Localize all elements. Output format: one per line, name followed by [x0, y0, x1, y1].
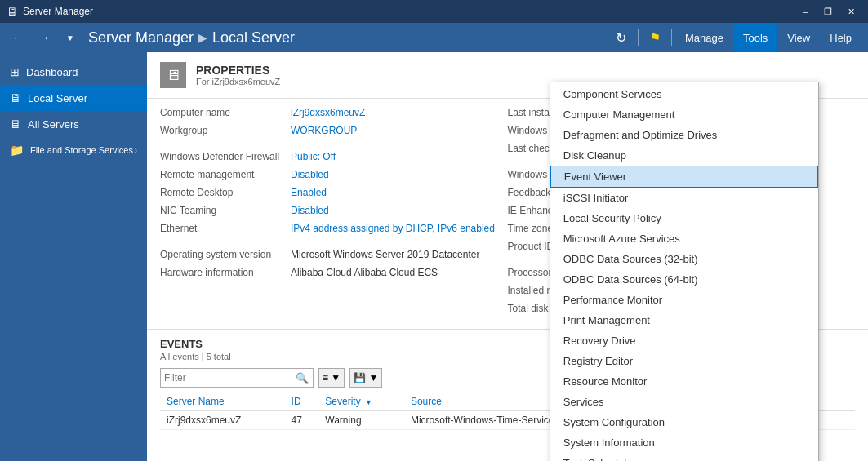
back-button[interactable]: ← — [7, 26, 29, 49]
menu-view[interactable]: View — [777, 23, 820, 52]
properties-title: PROPERTIES — [196, 64, 280, 77]
prop-remote-desktop: Remote Desktop Enabled — [160, 187, 508, 198]
value-firewall[interactable]: Public: Off — [291, 151, 336, 162]
tools-menu-item[interactable]: Defragment and Optimize Drives — [550, 125, 818, 145]
prop-computer-name: Computer name iZrj9dxsx6meuvZ — [160, 107, 508, 118]
value-remote-desktop[interactable]: Enabled — [291, 187, 327, 198]
tools-menu-item[interactable]: Component Services — [550, 84, 818, 104]
value-computer-name[interactable]: iZrj9dxsx6meuvZ — [291, 107, 365, 118]
menu-help[interactable]: Help — [820, 23, 861, 52]
sidebar-label-file-storage: File and Storage Services — [30, 145, 135, 155]
arrow-icon: › — [135, 146, 137, 155]
tools-dropdown-menu: Component ServicesComputer ManagementDef… — [550, 82, 819, 461]
menu-manage[interactable]: Manage — [675, 23, 733, 52]
value-hardware: Alibaba Cloud Alibaba Cloud ECS — [291, 267, 438, 278]
tools-menu-item[interactable]: Registry Editor — [550, 351, 818, 371]
col-severity[interactable]: Severity ▼ — [318, 392, 404, 411]
breadcrumb-separator: ▶ — [198, 31, 207, 44]
tools-menu-item[interactable]: System Configuration — [550, 412, 818, 432]
tools-menu-item[interactable]: Event Viewer — [550, 166, 818, 188]
prop-ethernet: Ethernet IPv4 address assigned by DHCP, … — [160, 223, 508, 234]
all-servers-icon: 🖥 — [10, 117, 21, 131]
divider2 — [671, 29, 672, 46]
value-ethernet[interactable]: IPv4 address assigned by DHCP, IPv6 enab… — [291, 223, 495, 234]
title-bar-text: Server Manager — [23, 6, 795, 17]
forward-button[interactable]: → — [33, 26, 56, 49]
content-area: 🖥 PROPERTIES For iZrj9dxsx6meuvZ Compute… — [147, 52, 868, 461]
sidebar-item-local-server[interactable]: 🖥 Local Server — [0, 85, 147, 111]
save-button[interactable]: 💾 ▼ — [349, 368, 382, 388]
label-nic-teaming: NIC Teaming — [160, 205, 291, 216]
prop-left-col: Computer name iZrj9dxsx6meuvZ Workgroup … — [160, 107, 508, 321]
main-layout: ⊞ Dashboard 🖥 Local Server 🖥 All Servers… — [0, 52, 868, 461]
value-os-version: Microsoft Windows Server 2019 Datacenter — [291, 249, 479, 260]
tools-menu-item[interactable]: Resource Monitor — [550, 371, 818, 392]
properties-title-area: PROPERTIES For iZrj9dxsx6meuvZ — [196, 64, 280, 86]
prop-firewall: Windows Defender Firewall Public: Off — [160, 151, 508, 162]
menu-tools[interactable]: Tools — [733, 23, 777, 52]
divider — [638, 29, 639, 46]
minimize-button[interactable]: – — [795, 3, 816, 20]
label-hardware: Hardware information — [160, 267, 291, 278]
sidebar-label-all-servers: All Servers — [28, 118, 137, 131]
sidebar-item-all-servers[interactable]: 🖥 All Servers — [0, 111, 147, 137]
header-actions: ↻ ⚑ — [610, 26, 675, 49]
menu-items: Manage Tools View Help — [675, 23, 861, 52]
tools-menu-item[interactable]: System Information — [550, 432, 818, 453]
tools-menu-item[interactable]: Disk Cleanup — [550, 145, 818, 166]
sidebar-item-file-storage[interactable]: 📁 File and Storage Services › — [0, 137, 147, 163]
list-view-button[interactable]: ≡ ▼ — [318, 368, 345, 388]
value-nic-teaming[interactable]: Disabled — [291, 205, 329, 216]
tools-menu-item[interactable]: Microsoft Azure Services — [550, 228, 818, 249]
cell-server-name: iZrj9dxsx6meuvZ — [160, 411, 285, 430]
tools-menu-item[interactable]: Task Scheduler — [550, 453, 818, 461]
tools-menu-item[interactable]: Local Security Policy — [550, 208, 818, 228]
tools-menu-item[interactable]: Print Management — [550, 310, 818, 330]
col-server-name[interactable]: Server Name — [160, 392, 285, 411]
properties-subtitle: For iZrj9dxsx6meuvZ — [196, 77, 280, 86]
title-bar: 🖥 Server Manager – ❐ ✕ — [0, 0, 868, 23]
prop-os-version: Operating system version Microsoft Windo… — [160, 249, 508, 260]
local-server-icon: 🖥 — [10, 91, 21, 104]
close-button[interactable]: ✕ — [840, 3, 861, 20]
prop-hardware: Hardware information Alibaba Cloud Aliba… — [160, 267, 508, 278]
tools-menu-item[interactable]: Performance Monitor — [550, 290, 818, 310]
search-button[interactable]: 🔍 — [295, 370, 309, 385]
window-controls: – ❐ ✕ — [795, 3, 861, 20]
flag-button[interactable]: ⚑ — [643, 26, 666, 49]
sidebar: ⊞ Dashboard 🖥 Local Server 🖥 All Servers… — [0, 52, 147, 461]
refresh-button[interactable]: ↻ — [610, 26, 633, 49]
col-id[interactable]: ID — [285, 392, 319, 411]
sidebar-item-dashboard[interactable]: ⊞ Dashboard — [0, 59, 147, 85]
dashboard-icon: ⊞ — [10, 65, 20, 78]
cell-id: 47 — [285, 411, 319, 430]
label-ethernet: Ethernet — [160, 223, 291, 234]
filter-input-wrap[interactable]: 🔍 — [160, 368, 314, 388]
value-workgroup[interactable]: WORKGROUP — [291, 125, 357, 136]
tools-menu-item[interactable]: ODBC Data Sources (32-bit) — [550, 249, 818, 269]
breadcrumb: Server Manager ▶ Local Server — [88, 29, 610, 47]
nav-buttons: ← → ▼ — [7, 26, 82, 49]
cell-severity: Warning — [318, 411, 404, 430]
prop-workgroup: Workgroup WORKGROUP — [160, 125, 508, 136]
label-remote-desktop: Remote Desktop — [160, 187, 291, 198]
value-remote-mgmt[interactable]: Disabled — [291, 169, 329, 180]
label-computer-name: Computer name — [160, 107, 291, 118]
breadcrumb-root: Server Manager — [88, 29, 194, 47]
prop-nic-teaming: NIC Teaming Disabled — [160, 205, 508, 216]
sidebar-label-local-server: Local Server — [28, 92, 137, 104]
filter-input[interactable] — [164, 372, 295, 383]
app-icon: 🖥 — [7, 5, 18, 18]
tools-menu-item[interactable]: Computer Management — [550, 104, 818, 125]
menu-bar: ← → ▼ Server Manager ▶ Local Server ↻ ⚑ … — [0, 23, 868, 52]
tools-menu-item[interactable]: Services — [550, 392, 818, 412]
breadcrumb-current: Local Server — [212, 29, 295, 47]
tools-menu-item[interactable]: iSCSI Initiator — [550, 188, 818, 208]
tools-menu-item[interactable]: ODBC Data Sources (64-bit) — [550, 269, 818, 290]
label-workgroup: Workgroup — [160, 125, 291, 136]
properties-icon: 🖥 — [160, 62, 186, 88]
restore-button[interactable]: ❐ — [817, 3, 839, 20]
tools-menu-item[interactable]: Recovery Drive — [550, 330, 818, 351]
prop-remote-mgmt: Remote management Disabled — [160, 169, 508, 180]
dropdown-arrow[interactable]: ▼ — [59, 26, 82, 49]
